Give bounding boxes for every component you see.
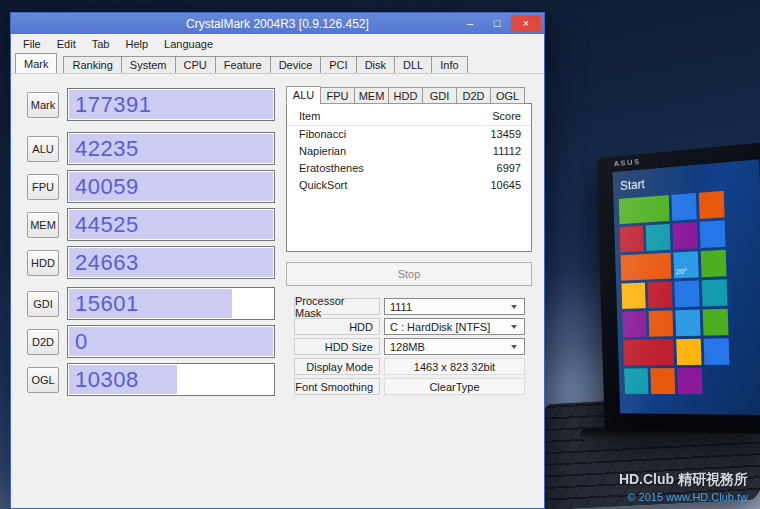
watermark-title: HD.Club 精研視務所 — [619, 471, 748, 489]
result-list: Item Score Fibonacci 13459 Napierian 111… — [286, 103, 532, 252]
start-tile — [620, 226, 644, 253]
menu-edit[interactable]: Edit — [49, 34, 84, 54]
minimize-button[interactable]: – — [457, 15, 483, 32]
score-row-d2d: D2D 0 — [27, 325, 275, 358]
menu-bar: File Edit Tab Help Language — [11, 34, 544, 54]
score-button-alu[interactable]: ALU — [27, 136, 59, 162]
tab-device[interactable]: Device — [270, 56, 322, 73]
laptop-screen: ASUS Start 20° — [596, 142, 760, 434]
watermark-copyright: © 2015 www.HD.Club.tw — [619, 491, 748, 503]
settings-panel: Processor Mask 1111 HDD C : HardDisk [NT… — [286, 298, 532, 395]
detail-panel: ALU FPU MEM HDD GDI D2D OGL Item Score F… — [286, 86, 532, 398]
start-tile — [702, 279, 728, 306]
tab-mark[interactable]: Mark — [15, 53, 57, 73]
score-value-alu: 42235 — [75, 133, 274, 164]
stop-button[interactable]: Stop — [286, 262, 532, 286]
menu-help[interactable]: Help — [117, 34, 156, 54]
detail-tab-ogl[interactable]: OGL — [490, 87, 525, 104]
menu-language[interactable]: Language — [156, 34, 221, 54]
tab-info[interactable]: Info — [431, 56, 467, 73]
hdd-size-select[interactable]: 128MB — [384, 338, 525, 355]
score-bar-gdi: 15601 — [67, 287, 275, 320]
processor-mask-label: Processor Mask — [294, 298, 380, 315]
hdd-size-value: 128MB — [390, 341, 425, 353]
start-tile — [649, 310, 674, 336]
start-tile — [622, 311, 646, 337]
setting-processor-mask: Processor Mask 1111 — [294, 298, 532, 315]
detail-tab-alu[interactable]: ALU — [286, 86, 321, 104]
setting-font-smoothing: Font Smoothing ClearType — [294, 378, 532, 395]
detail-tab-fpu[interactable]: FPU — [320, 87, 355, 104]
hdd-value: C : HardDisk [NTFS] — [390, 321, 490, 333]
mark-tab-page: Mark 177391 ALU 42235 FPU — [11, 74, 544, 508]
score-bar-ogl: 10308 — [67, 363, 275, 396]
score-bar-alu: 42235 — [67, 132, 275, 165]
tab-disk[interactable]: Disk — [356, 56, 395, 73]
processor-mask-select[interactable]: 1111 — [384, 298, 525, 315]
hdd-select[interactable]: C : HardDisk [NTFS] — [384, 318, 525, 335]
start-tile — [700, 220, 726, 248]
start-tile — [674, 280, 699, 307]
column-item: Item — [299, 110, 320, 122]
tab-dll[interactable]: DLL — [394, 56, 432, 73]
score-bar-fpu: 40059 — [67, 170, 275, 203]
setting-display-mode: Display Mode 1463 x 823 32bit — [294, 358, 532, 375]
start-tile — [646, 224, 671, 251]
score-button-ogl[interactable]: OGL — [27, 367, 59, 393]
start-tile — [701, 250, 727, 277]
chevron-down-icon — [511, 325, 517, 329]
score-row-alu: ALU 42235 — [27, 132, 275, 165]
result-score: 6997 — [497, 161, 521, 176]
score-button-d2d[interactable]: D2D — [27, 329, 59, 355]
start-tile — [703, 309, 729, 336]
crystalmark-window: CrystalMark 2004R3 [0.9.126.452] – □ × F… — [10, 12, 545, 509]
score-value-gdi: 15601 — [75, 288, 274, 319]
result-row-fibonacci: Fibonacci 13459 — [287, 126, 531, 143]
tab-feature[interactable]: Feature — [215, 56, 271, 73]
result-score: 11112 — [493, 144, 521, 159]
detail-tabstrip: ALU FPU MEM HDD GDI D2D OGL — [286, 86, 532, 104]
title-bar[interactable]: CrystalMark 2004R3 [0.9.126.452] – □ × — [11, 13, 544, 34]
menu-tab[interactable]: Tab — [84, 34, 118, 54]
start-tile — [672, 222, 697, 249]
detail-tab-d2d[interactable]: D2D — [456, 87, 491, 104]
detail-tab-mem[interactable]: MEM — [354, 87, 389, 104]
setting-hdd-size: HDD Size 128MB — [294, 338, 532, 355]
result-item: Fibonacci — [299, 127, 346, 142]
main-tabstrip: Mark Ranking System CPU Feature Device P… — [11, 54, 544, 74]
tab-system[interactable]: System — [121, 56, 176, 73]
hdd-label: HDD — [294, 318, 380, 335]
score-button-gdi[interactable]: GDI — [27, 291, 59, 317]
score-bar-hdd: 24663 — [67, 246, 275, 279]
score-button-mark[interactable]: Mark — [27, 92, 59, 118]
score-button-mem[interactable]: MEM — [27, 212, 59, 238]
tab-pci[interactable]: PCI — [320, 56, 356, 73]
result-item: QuickSort — [299, 178, 347, 193]
detail-tab-hdd[interactable]: HDD — [388, 87, 423, 104]
tab-ranking[interactable]: Ranking — [63, 56, 121, 73]
start-tile — [675, 310, 700, 337]
score-value-ogl: 10308 — [75, 364, 274, 395]
close-button[interactable]: × — [511, 15, 541, 32]
detail-tab-gdi[interactable]: GDI — [422, 87, 457, 104]
score-row-fpu: FPU 40059 — [27, 170, 275, 203]
score-button-hdd[interactable]: HDD — [27, 250, 59, 276]
score-value-mark: 177391 — [75, 89, 274, 120]
start-tile — [676, 339, 701, 365]
score-value-hdd: 24663 — [75, 247, 274, 278]
display-mode-text: 1463 x 823 32bit — [414, 361, 495, 373]
maximize-button[interactable]: □ — [484, 15, 510, 32]
display-mode-value: 1463 x 823 32bit — [384, 358, 525, 375]
score-button-fpu[interactable]: FPU — [27, 174, 59, 200]
menu-file[interactable]: File — [15, 34, 49, 54]
result-score: 13459 — [490, 127, 521, 142]
desktop: ASUS Start 20° HD.Club 精研視務所 © 2015 www.… — [0, 0, 760, 509]
score-bar-mark: 177391 — [67, 88, 275, 121]
tab-cpu[interactable]: CPU — [175, 56, 216, 73]
score-row-gdi: GDI 15601 — [27, 287, 275, 320]
result-row-eratosthenes: Eratosthenes 6997 — [287, 160, 531, 177]
font-smoothing-text: ClearType — [429, 381, 479, 393]
setting-hdd: HDD C : HardDisk [NTFS] — [294, 318, 532, 335]
asus-logo: ASUS — [614, 157, 641, 168]
start-tile: 20° — [673, 251, 698, 278]
